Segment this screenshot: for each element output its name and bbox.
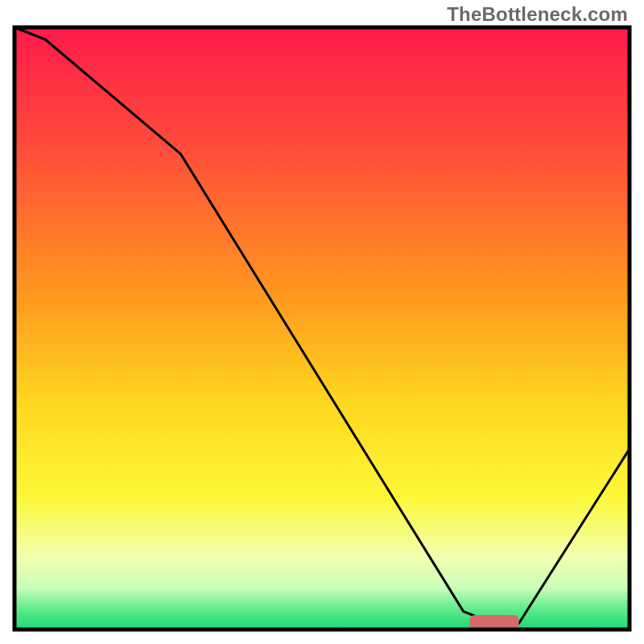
optimal-range-marker — [469, 615, 518, 630]
watermark-text: TheBottleneck.com — [447, 3, 628, 26]
bottleneck-chart — [0, 0, 644, 644]
plot-area — [14, 27, 630, 630]
gradient-background — [14, 27, 630, 630]
